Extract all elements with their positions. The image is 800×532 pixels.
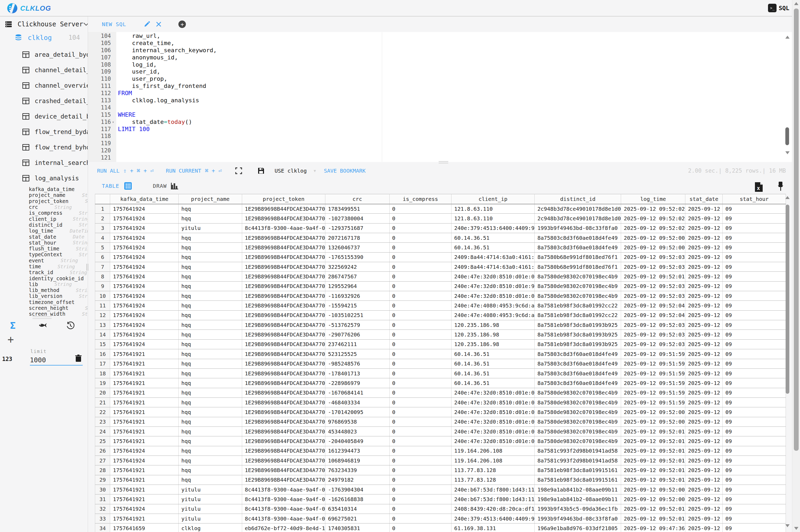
bar-chart-icon[interactable] xyxy=(170,182,178,190)
editor-scroll-up-icon[interactable] xyxy=(785,36,789,39)
editor-scrollbar-thumb[interactable] xyxy=(785,127,789,145)
sidebar-resize-handle[interactable] xyxy=(86,264,89,272)
results-scrollbar-thumb[interactable] xyxy=(786,205,789,394)
fish-icon[interactable] xyxy=(38,321,48,329)
column-header[interactable]: project_name xyxy=(179,194,242,204)
table-row[interactable]: 321757641924yitulu8c4413f8-9300-4aae-9a4… xyxy=(95,504,786,514)
table-row[interactable]: 331757641921yitulu8c4413f8-9300-4aae-9a4… xyxy=(95,514,786,524)
editor-scrollbar[interactable] xyxy=(785,32,790,162)
sidebar-section-resize-handle[interactable] xyxy=(33,317,52,320)
column-header[interactable]: crc xyxy=(325,194,389,204)
table-row[interactable]: 291757641921hqq1E29B89698B44FDCAE3D4A770… xyxy=(95,475,786,484)
sidebar-table-item[interactable]: flow_trend_bydate xyxy=(0,124,88,139)
table-row[interactable]: 271757641924hqq1E29B89698B44FDCAE3D4A770… xyxy=(95,456,786,465)
table-row[interactable]: 231757641921hqq1E29B89698B44FDCAE3D4A770… xyxy=(95,417,786,426)
tab-draw[interactable]: DRAW xyxy=(153,183,167,189)
column-header[interactable]: kafka_data_time xyxy=(110,194,179,204)
results-scroll-down-icon[interactable] xyxy=(785,524,789,527)
table-row[interactable]: 281757641921hqq1E29B89698B44FDCAE3D4A770… xyxy=(95,466,786,475)
sidebar-column-item[interactable]: project_tokenString xyxy=(0,198,88,204)
sidebar-table-item[interactable]: crashed_detail_by xyxy=(0,93,88,109)
sidebar-column-item[interactable]: track_idString xyxy=(0,269,88,275)
column-header[interactable]: is_compress xyxy=(389,194,452,204)
sidebar-column-item[interactable]: client_ipString xyxy=(0,216,88,222)
sidebar-column-item[interactable]: lib_versionString xyxy=(0,293,88,299)
use-database-caret-icon[interactable]: ▼ xyxy=(314,169,316,173)
sidebar-table-item[interactable]: internal_searchwo xyxy=(0,155,88,171)
column-header[interactable]: log_time xyxy=(621,194,685,204)
sidebar-table-item[interactable]: log_analysis xyxy=(0,171,88,186)
column-header[interactable]: distinct_id xyxy=(535,194,621,204)
sidebar-column-item[interactable]: is_compressString xyxy=(0,210,88,216)
table-row[interactable]: 61757641924hqq1E29B89698B44FDCAE3D4A770-… xyxy=(95,252,786,262)
table-row[interactable]: 101757641924hqq1E29B89698B44FDCAE3D4A770… xyxy=(95,291,786,301)
fullscreen-icon[interactable] xyxy=(235,167,242,174)
sidebar-table-item[interactable]: channel_detail_by xyxy=(0,62,88,78)
table-row[interactable]: 81757641924hqq1E29B89698B44FDCAE3D4A7702… xyxy=(95,272,786,281)
add-tab-button[interactable]: + xyxy=(178,20,186,28)
page-scrollbar-thumb[interactable] xyxy=(794,8,799,451)
sidebar-column-item[interactable]: log_timeDateTime xyxy=(0,228,88,234)
table-row[interactable]: 201757641921hqq1E29B89698B44FDCAE3D4A770… xyxy=(95,388,786,397)
sidebar-column-item[interactable]: distinct_idString xyxy=(0,222,88,228)
sidebar-column-item[interactable]: libString xyxy=(0,281,88,287)
column-header[interactable]: project_token xyxy=(242,194,325,204)
sidebar-column-item[interactable]: stat_hourString xyxy=(0,240,88,246)
use-database-dropdown[interactable]: USE clklog xyxy=(275,168,307,174)
sidebar-column-item[interactable]: timezone_offset xyxy=(0,299,88,305)
table-row[interactable]: 161757641921hqq1E29B89698B44FDCAE3D4A770… xyxy=(95,349,786,359)
sidebar-column-item[interactable]: identity_cookie_id xyxy=(0,275,88,281)
run-all-button[interactable]: RUN ALL xyxy=(97,168,120,174)
table-row[interactable]: 241757641921hqq1E29B89698B44FDCAE3D4A770… xyxy=(95,426,786,436)
server-selector[interactable]: Clickhouse Server xyxy=(0,19,88,30)
table-row[interactable]: 221757641921hqq1E29B89698B44FDCAE3D4A770… xyxy=(95,407,786,417)
tab-table[interactable]: TABLE xyxy=(102,183,119,189)
sidebar-column-item[interactable]: crcString xyxy=(0,204,88,210)
table-row[interactable]: 151757641924hqq1E29B89698B44FDCAE3D4A770… xyxy=(95,339,786,349)
table-row[interactable]: 171757641921hqq1E29B89698B44FDCAE3D4A770… xyxy=(95,359,786,368)
table-row[interactable]: 111757641924hqq1E29B89698B44FDCAE3D4A770… xyxy=(95,301,786,310)
column-header[interactable]: client_ip xyxy=(452,194,535,204)
page-scroll-up-icon[interactable] xyxy=(794,2,798,5)
table-row[interactable]: 31757641924yitulu8c4413f8-9300-4aae-9a4f… xyxy=(95,223,786,233)
table-grid-icon[interactable] xyxy=(124,182,132,190)
editor-scroll-down-icon[interactable] xyxy=(785,151,789,154)
column-header[interactable]: stat_date xyxy=(685,194,722,204)
table-row[interactable]: 41757641924hqq1E29B89698B44FDCAE3D4A7702… xyxy=(95,233,786,243)
sidebar-table-item[interactable]: flow_trend_byhour xyxy=(0,139,88,155)
sidebar-column-item[interactable]: project_nameString xyxy=(0,192,88,198)
table-row[interactable]: 191757641921hqq1E29B89698B44FDCAE3D4A770… xyxy=(95,378,786,388)
table-row[interactable]: 71757641924hqq1E29B89698B44FDCAE3D4A7703… xyxy=(95,262,786,272)
sidebar-column-item[interactable]: eventString xyxy=(0,258,88,264)
page-scrollbar[interactable] xyxy=(792,0,800,532)
save-query-icon[interactable] xyxy=(258,167,265,174)
table-row[interactable]: 211757641921hqq1E29B89698B44FDCAE3D4A770… xyxy=(95,397,786,407)
sidebar-column-item[interactable]: kafka_data_time xyxy=(0,186,88,192)
sidebar-column-item[interactable]: screen_heightString xyxy=(0,305,88,311)
table-row[interactable]: 181757641921hqq1E29B89698B44FDCAE3D4A770… xyxy=(95,368,786,378)
export-excel-icon[interactable]: x xyxy=(754,182,763,192)
close-tab-icon[interactable] xyxy=(156,22,161,27)
sidebar-column-item[interactable]: typeContextString xyxy=(0,251,88,257)
aggregate-sigma-button[interactable]: Σ xyxy=(10,320,16,331)
table-row[interactable]: 11757641924hqq1E29B89698B44FDCAE3D4A7701… xyxy=(95,204,786,214)
sidebar-table-item[interactable]: area_detail_bydat xyxy=(0,47,88,62)
page-scroll-down-icon[interactable] xyxy=(794,527,798,530)
table-row[interactable]: 251757641921hqq1E29B89698B44FDCAE3D4A770… xyxy=(95,436,786,446)
sidebar-item-database[interactable]: clklog 104 xyxy=(0,32,88,43)
rename-tab-pencil-icon[interactable] xyxy=(144,21,150,27)
sidebar-table-item[interactable]: device_detail_byd xyxy=(0,109,88,124)
table-row[interactable]: 261757641924hqq1E29B89698B44FDCAE3D4A770… xyxy=(95,446,786,456)
table-row[interactable]: 121757641924hqq1E29B89698B44FDCAE3D4A770… xyxy=(95,310,786,320)
history-icon[interactable] xyxy=(66,321,75,330)
tab-new-sql[interactable]: NEW SQL xyxy=(102,21,126,27)
table-row[interactable]: 51757641924hqq1E29B89698B44FDCAE3D4A7701… xyxy=(95,243,786,252)
add-filter-button[interactable]: + xyxy=(7,334,14,345)
editor-results-resize-handle[interactable] xyxy=(439,161,448,164)
column-header[interactable]: stat_hour xyxy=(723,194,786,204)
table-row[interactable]: 131757641924hqq1E29B89698B44FDCAE3D4A770… xyxy=(95,320,786,330)
run-current-button[interactable]: RUN CURRENT xyxy=(166,168,201,174)
save-bookmark-button[interactable]: SAVE BOOKMARK xyxy=(324,168,366,174)
table-row[interactable]: 311757641921yitulu8c4413f8-9300-4aae-9a4… xyxy=(95,494,786,504)
pin-icon[interactable] xyxy=(777,181,784,192)
